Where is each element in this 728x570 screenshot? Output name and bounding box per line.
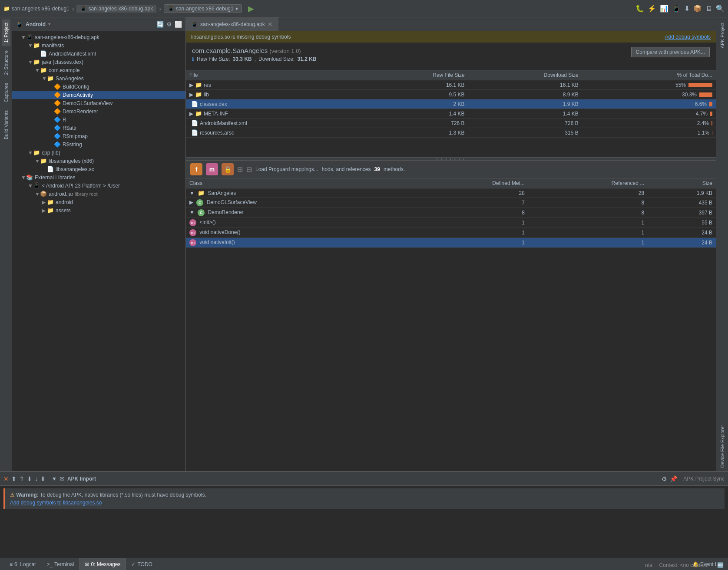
table-row[interactable]: ▶📁res 16.1 KB 16.1 KB 55%	[186, 80, 716, 90]
table-row[interactable]: m void nativeInit() 1 1 24 B	[186, 238, 716, 248]
close-apk-tab-button[interactable]: ✕	[268, 21, 273, 28]
tree-node-manifests[interactable]: ▼ 📁 manifests	[12, 41, 185, 49]
dex-proguard-text[interactable]: Load Proguard mappings...	[255, 166, 318, 172]
project-toolbar: 📱 Android ▾ 🔄 ⚙ ⬜	[12, 17, 185, 31]
avd-icon[interactable]: 🖥	[705, 5, 712, 13]
warning-prefix: Warning:	[16, 492, 39, 498]
tree-node-apk[interactable]: ▼ 📱 san-angeles-x86-debug.apk	[12, 33, 185, 41]
scroll-up-icon[interactable]: ⬆	[11, 475, 17, 482]
table-row[interactable]: 📄resources.arsc 1.3 KB 315 B 1.1%	[186, 128, 716, 138]
tree-node-r[interactable]: 🔷 R	[12, 115, 185, 124]
stop-button[interactable]: ✕	[3, 475, 9, 482]
sidebar-item-buildvariants[interactable]: Build Variants	[2, 107, 10, 143]
debug-icon[interactable]: 🐛	[635, 4, 644, 13]
tree-node-cpp[interactable]: ▼ 📁 cpp (lib)	[12, 148, 185, 157]
sidebar-item-structure[interactable]: 2: Structure	[2, 47, 10, 79]
table-row[interactable]: ▼ 📁 SanAngeles 28 28 1.9 KB	[186, 188, 716, 198]
breadcrumb-sep2: ›	[159, 5, 161, 12]
horizontal-divider[interactable]: • • • • • • •	[186, 157, 716, 161]
tree-node-androidapi[interactable]: ▼ 📱 < Android API 23 Platform > /User	[12, 181, 185, 190]
sdk-icon[interactable]: 📦	[693, 4, 702, 13]
compare-apk-button[interactable]: Compare with previous APK...	[631, 47, 710, 57]
tree-node-rstring[interactable]: 🔷 R$string	[12, 140, 185, 148]
breadcrumb-project[interactable]: 📁 san-angeles-x86-debug1	[3, 6, 69, 12]
status-bar: ≡ 6: Logcat >_ Terminal ✉ 0: Messages ✓ …	[0, 558, 728, 570]
coverage-icon[interactable]: 📊	[660, 4, 668, 13]
tree-node-libsanangeles-so[interactable]: 📄 libsanangeles.so	[12, 165, 185, 173]
run-button[interactable]: ▶	[248, 4, 254, 13]
scroll-all-icon[interactable]: ⇑	[19, 475, 24, 482]
bottom-pin-icon[interactable]: 📌	[670, 475, 677, 482]
status-tab-logcat[interactable]: ≡ 6: Logcat	[4, 558, 41, 570]
collapse-icon[interactable]: ⬜	[175, 21, 182, 28]
profile-icon[interactable]: ⚡	[648, 4, 656, 13]
table-row[interactable]: m <init>() 1 1 55 B	[186, 218, 716, 228]
sync-icon[interactable]: 🔄	[156, 21, 164, 28]
device-icon[interactable]: 📱	[672, 4, 681, 13]
sidebar-item-captures[interactable]: Captures	[2, 79, 10, 106]
dex-filter-referenced-button[interactable]: 🔒	[222, 163, 234, 175]
tree-node-assets-folder-label: assets	[56, 208, 71, 214]
tree-node-demoglsurfaceview[interactable]: 🔶 DemoGLSurfaceView	[12, 99, 185, 107]
tree-node-demorenderer[interactable]: 🔶 DemoRenderer	[12, 107, 185, 115]
tree-arrow-androidjar: ▼	[35, 191, 40, 197]
sidebar-item-devicefileexplorer[interactable]: Device File Explorer	[719, 422, 726, 471]
demorenderer-icon: 🔶	[54, 108, 61, 115]
file-xml-icon: 📄	[191, 120, 198, 126]
tree-node-comexample-label: com.example	[49, 67, 79, 73]
tree-node-comexample[interactable]: ▼ 📁 com.example	[12, 66, 185, 74]
dex-filter-fields-button[interactable]: f	[190, 163, 202, 175]
dex-collapse-icon[interactable]: ⊟	[246, 165, 252, 174]
expand-arrow: ▼	[189, 209, 195, 215]
download-size-cell: 16.1 KB	[468, 80, 582, 90]
arrow-down-icon[interactable]: ↓	[35, 475, 38, 482]
status-tab-todo[interactable]: ✓ TODO	[126, 558, 158, 570]
download-icon[interactable]: ⬇	[684, 4, 690, 13]
table-row[interactable]: ▼ C DemoRenderer 8 8 397 B	[186, 208, 716, 218]
table-row[interactable]: 📄AndroidManifest.xml 726 B 726 B 2.4%	[186, 119, 716, 128]
import-icon[interactable]: ⬇	[40, 475, 46, 482]
tree-arrow-java: ▼	[28, 59, 33, 65]
status-tab-terminal[interactable]: >_ Terminal	[41, 558, 79, 570]
sidebar-item-apkproject[interactable]: APK Project	[719, 19, 726, 52]
table-row[interactable]: ▶ C DemoGLSurfaceView 7 8 435 B	[186, 198, 716, 208]
project-dropdown-arrow[interactable]: ▾	[48, 21, 51, 27]
tree-node-sanangeles[interactable]: ▼ 📁 SanAngeles	[12, 74, 185, 82]
tree-node-demoactivity[interactable]: 🔶 DemoActivity	[12, 91, 185, 99]
dex-expand-icon[interactable]: ⊞	[237, 165, 243, 174]
tree-node-android-folder[interactable]: ▶ 📁 android	[12, 198, 185, 206]
table-row[interactable]: ▶📁lib 9.5 KB 8.9 KB 30.3%	[186, 90, 716, 99]
warning-add-symbols-link[interactable]: Add debug symbols to libsanangeles.so	[10, 500, 102, 506]
settings-icon[interactable]: ⚙	[166, 21, 172, 28]
bottom-settings-icon[interactable]: ⚙	[662, 475, 667, 482]
apk-tab[interactable]: 📱 san-angeles-x86-debug.apk ✕	[186, 17, 278, 31]
table-row[interactable]: ▶📁META-INF 1.4 KB 1.4 KB 4.7%	[186, 109, 716, 119]
file-name-cell: ▶📁res	[186, 80, 362, 90]
rawsize-col-header: Raw File Size	[362, 70, 468, 80]
tree-node-assets-folder[interactable]: ▶ 📁 assets	[12, 206, 185, 214]
sidebar-item-project[interactable]: 1: Project	[2, 19, 10, 46]
file-table: File Raw File Size Download Size % of To…	[186, 70, 716, 138]
class-table-body: ▼ 📁 SanAngeles 28 28 1.9 KB	[186, 188, 716, 248]
tree-node-rattr[interactable]: 🔷 R$attr	[12, 124, 185, 132]
scroll-down-icon[interactable]: ⬇	[27, 475, 32, 482]
config-dropdown[interactable]: 📱 san-angeles-x86-debug1 ▾	[164, 4, 242, 13]
dex-filter-methods-button[interactable]: m	[206, 163, 218, 175]
tree-node-buildconfig[interactable]: 🔶 BuildConfig	[12, 82, 185, 91]
breadcrumb-apk[interactable]: 📱 san-angeles-x86-debug.apk	[76, 5, 156, 13]
todo-label: TODO	[137, 561, 152, 567]
tree-node-androidmanifest[interactable]: 📄 AndroidManifest.xml	[12, 49, 185, 58]
tree-node-rmipmap[interactable]: 🔷 R$mipmap	[12, 132, 185, 140]
tree-node-java[interactable]: ▼ 📁 java (classes.dex)	[12, 58, 185, 66]
left-tab-bar: 1: Project 2: Structure Captures Build V…	[0, 17, 12, 471]
tree-node-androidjar[interactable]: ▼ 📦 android.jar library root	[12, 190, 185, 198]
download-size-cell: 726 B	[468, 119, 582, 128]
tree-node-libsanangeles-folder[interactable]: ▼ 📁 libsanangeles (x86)	[12, 157, 185, 165]
tree-node-extlibs[interactable]: ▼ 📚 External Libraries	[12, 173, 185, 181]
collapse-arrow[interactable]: ▼	[52, 476, 57, 482]
search-icon[interactable]: 🔍	[716, 4, 725, 13]
status-tab-messages[interactable]: ✉ 0: Messages	[79, 558, 126, 570]
table-row[interactable]: 📄classes.dex 2 KB 1.9 KB 6.6%	[186, 99, 716, 109]
table-row[interactable]: m void nativeDone() 1 1 24 B	[186, 228, 716, 238]
add-debug-symbols-link[interactable]: Add debug symbols	[665, 34, 711, 40]
